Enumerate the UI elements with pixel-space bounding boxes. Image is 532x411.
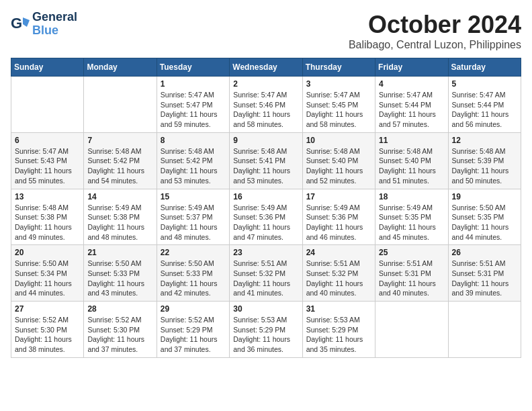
calendar-cell: 27Sunrise: 5:52 AMSunset: 5:30 PMDayligh…	[11, 302, 84, 358]
calendar-cell: 5Sunrise: 5:47 AMSunset: 5:44 PMDaylight…	[448, 77, 521, 133]
day-info: Sunrise: 5:50 AMSunset: 5:35 PMDaylight:…	[452, 203, 517, 242]
day-number: 15	[161, 192, 226, 201]
calendar-week-2: 6Sunrise: 5:47 AMSunset: 5:43 PMDaylight…	[11, 132, 521, 189]
header-friday: Friday	[375, 58, 448, 77]
day-number: 17	[306, 192, 371, 201]
day-number: 8	[161, 136, 226, 145]
calendar-cell: 8Sunrise: 5:48 AMSunset: 5:42 PMDaylight…	[157, 132, 229, 189]
day-info: Sunrise: 5:47 AMSunset: 5:44 PMDaylight:…	[379, 90, 444, 130]
calendar-week-3: 13Sunrise: 5:48 AMSunset: 5:38 PMDayligh…	[11, 189, 521, 245]
location-title: Balibago, Central Luzon, Philippines	[349, 39, 521, 51]
calendar-cell: 6Sunrise: 5:47 AMSunset: 5:43 PMDaylight…	[11, 132, 84, 189]
day-info: Sunrise: 5:47 AMSunset: 5:45 PMDaylight:…	[306, 90, 371, 130]
calendar-cell: 26Sunrise: 5:51 AMSunset: 5:31 PMDayligh…	[448, 245, 521, 302]
calendar-table: SundayMondayTuesdayWednesdayThursdayFrid…	[11, 58, 521, 358]
calendar-cell: 11Sunrise: 5:48 AMSunset: 5:40 PMDayligh…	[375, 132, 448, 189]
calendar-cell: 15Sunrise: 5:49 AMSunset: 5:37 PMDayligh…	[157, 189, 229, 245]
calendar-cell: 19Sunrise: 5:50 AMSunset: 5:35 PMDayligh…	[448, 189, 521, 245]
calendar-cell: 28Sunrise: 5:52 AMSunset: 5:30 PMDayligh…	[84, 302, 157, 358]
day-number: 6	[15, 136, 80, 145]
calendar-cell: 16Sunrise: 5:49 AMSunset: 5:36 PMDayligh…	[230, 189, 302, 245]
day-number: 2	[233, 79, 298, 89]
day-number: 18	[379, 192, 444, 201]
day-info: Sunrise: 5:51 AMSunset: 5:31 PMDaylight:…	[452, 259, 517, 298]
calendar-cell: 21Sunrise: 5:50 AMSunset: 5:33 PMDayligh…	[84, 245, 157, 302]
calendar-cell: 13Sunrise: 5:48 AMSunset: 5:38 PMDayligh…	[11, 189, 84, 245]
day-info: Sunrise: 5:49 AMSunset: 5:36 PMDaylight:…	[233, 203, 298, 242]
calendar-cell	[84, 77, 157, 133]
header-monday: Monday	[84, 58, 157, 77]
day-number: 21	[87, 248, 152, 257]
page-header: G General Blue October 2024 Balibago, Ce…	[11, 11, 521, 51]
day-info: Sunrise: 5:48 AMSunset: 5:40 PMDaylight:…	[306, 146, 371, 186]
day-number: 4	[379, 79, 444, 89]
calendar-cell	[448, 302, 521, 358]
day-number: 16	[233, 192, 298, 201]
day-number: 1	[161, 79, 226, 89]
calendar-cell: 22Sunrise: 5:50 AMSunset: 5:33 PMDayligh…	[157, 245, 229, 302]
calendar-header-row: SundayMondayTuesdayWednesdayThursdayFrid…	[11, 58, 521, 77]
logo-line1: General	[32, 11, 77, 24]
day-number: 26	[452, 248, 517, 257]
day-number: 14	[87, 192, 152, 201]
calendar-cell: 18Sunrise: 5:49 AMSunset: 5:35 PMDayligh…	[375, 189, 448, 245]
calendar-cell: 9Sunrise: 5:48 AMSunset: 5:41 PMDaylight…	[230, 132, 302, 189]
day-info: Sunrise: 5:47 AMSunset: 5:47 PMDaylight:…	[161, 90, 226, 130]
calendar-cell	[375, 302, 448, 358]
day-number: 19	[452, 192, 517, 201]
day-info: Sunrise: 5:51 AMSunset: 5:32 PMDaylight:…	[233, 259, 298, 298]
day-info: Sunrise: 5:49 AMSunset: 5:38 PMDaylight:…	[87, 203, 152, 242]
calendar-cell: 17Sunrise: 5:49 AMSunset: 5:36 PMDayligh…	[302, 189, 375, 245]
day-info: Sunrise: 5:47 AMSunset: 5:46 PMDaylight:…	[233, 90, 298, 130]
calendar-cell: 20Sunrise: 5:50 AMSunset: 5:34 PMDayligh…	[11, 245, 84, 302]
day-info: Sunrise: 5:48 AMSunset: 5:40 PMDaylight:…	[379, 146, 444, 186]
day-info: Sunrise: 5:51 AMSunset: 5:31 PMDaylight:…	[379, 259, 444, 298]
day-number: 9	[233, 136, 298, 145]
calendar-cell: 3Sunrise: 5:47 AMSunset: 5:45 PMDaylight…	[302, 77, 375, 133]
day-info: Sunrise: 5:48 AMSunset: 5:38 PMDaylight:…	[15, 203, 80, 242]
header-wednesday: Wednesday	[230, 58, 302, 77]
day-number: 31	[306, 304, 371, 314]
day-number: 30	[233, 304, 298, 314]
day-number: 20	[15, 248, 80, 257]
calendar-cell: 23Sunrise: 5:51 AMSunset: 5:32 PMDayligh…	[230, 245, 302, 302]
month-title: October 2024	[349, 11, 521, 39]
day-number: 10	[306, 136, 371, 145]
calendar-cell: 31Sunrise: 5:53 AMSunset: 5:29 PMDayligh…	[302, 302, 375, 358]
calendar-cell: 1Sunrise: 5:47 AMSunset: 5:47 PMDaylight…	[157, 77, 229, 133]
day-info: Sunrise: 5:49 AMSunset: 5:35 PMDaylight:…	[379, 203, 444, 242]
day-number: 23	[233, 248, 298, 257]
calendar-cell: 29Sunrise: 5:52 AMSunset: 5:29 PMDayligh…	[157, 302, 229, 358]
logo: G General Blue	[11, 11, 77, 38]
calendar-week-1: 1Sunrise: 5:47 AMSunset: 5:47 PMDaylight…	[11, 77, 521, 133]
day-info: Sunrise: 5:52 AMSunset: 5:30 PMDaylight:…	[15, 315, 80, 355]
calendar-cell	[11, 77, 84, 133]
day-info: Sunrise: 5:51 AMSunset: 5:32 PMDaylight:…	[306, 259, 371, 298]
calendar-cell: 4Sunrise: 5:47 AMSunset: 5:44 PMDaylight…	[375, 77, 448, 133]
day-info: Sunrise: 5:49 AMSunset: 5:37 PMDaylight:…	[161, 203, 226, 242]
day-number: 28	[87, 304, 152, 314]
day-info: Sunrise: 5:48 AMSunset: 5:42 PMDaylight:…	[87, 146, 152, 186]
day-info: Sunrise: 5:50 AMSunset: 5:33 PMDaylight:…	[87, 259, 152, 298]
day-info: Sunrise: 5:52 AMSunset: 5:30 PMDaylight:…	[87, 315, 152, 355]
day-number: 5	[452, 79, 517, 89]
day-number: 25	[379, 248, 444, 257]
calendar-cell: 14Sunrise: 5:49 AMSunset: 5:38 PMDayligh…	[84, 189, 157, 245]
calendar-cell: 10Sunrise: 5:48 AMSunset: 5:40 PMDayligh…	[302, 132, 375, 189]
day-info: Sunrise: 5:48 AMSunset: 5:41 PMDaylight:…	[233, 146, 298, 186]
day-info: Sunrise: 5:52 AMSunset: 5:29 PMDaylight:…	[161, 315, 226, 355]
day-number: 24	[306, 248, 371, 257]
calendar-week-4: 20Sunrise: 5:50 AMSunset: 5:34 PMDayligh…	[11, 245, 521, 302]
title-block: October 2024 Balibago, Central Luzon, Ph…	[349, 11, 521, 51]
day-info: Sunrise: 5:53 AMSunset: 5:29 PMDaylight:…	[306, 315, 371, 355]
calendar-cell: 25Sunrise: 5:51 AMSunset: 5:31 PMDayligh…	[375, 245, 448, 302]
day-info: Sunrise: 5:47 AMSunset: 5:44 PMDaylight:…	[452, 90, 517, 130]
header-thursday: Thursday	[302, 58, 375, 77]
day-info: Sunrise: 5:50 AMSunset: 5:34 PMDaylight:…	[15, 259, 80, 298]
day-number: 22	[161, 248, 226, 257]
logo-icon: G	[11, 15, 30, 34]
day-number: 11	[379, 136, 444, 145]
svg-marker-1	[23, 17, 30, 27]
header-sunday: Sunday	[11, 58, 84, 77]
calendar-cell: 30Sunrise: 5:53 AMSunset: 5:29 PMDayligh…	[230, 302, 302, 358]
